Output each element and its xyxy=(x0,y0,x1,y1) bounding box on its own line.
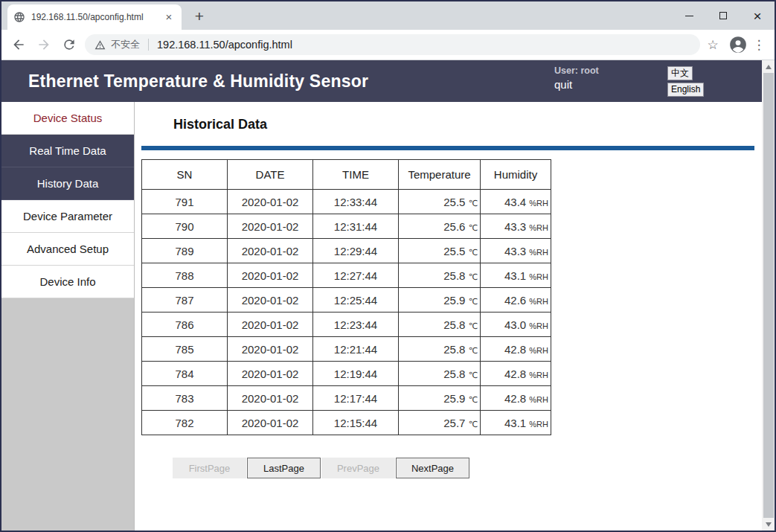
url-input[interactable]: 不安全 192.168.11.50/apconfig.html xyxy=(85,34,700,55)
date-cell: 2020-01-02 xyxy=(228,386,313,411)
window-controls: × xyxy=(672,1,775,30)
minimize-button[interactable] xyxy=(672,1,706,30)
table-row: 7872020-01-0212:25:4425.9 ℃42.6 %RH xyxy=(142,288,551,313)
back-button[interactable] xyxy=(9,35,28,54)
humidity-cell: 43.3 %RH xyxy=(481,239,551,263)
table-row: 7842020-01-0212:19:4425.8 ℃42.8 %RH xyxy=(142,362,551,386)
value: 25.8 xyxy=(443,318,468,331)
value: 25.9 xyxy=(443,392,468,405)
sidebar-item-advanced-setup[interactable]: Advanced Setup xyxy=(1,233,134,266)
scroll-up-button[interactable] xyxy=(762,60,775,73)
value: 25.6 xyxy=(443,220,468,233)
humidity-cell: 43.1 %RH xyxy=(481,263,551,288)
scroll-down-button[interactable] xyxy=(762,518,775,531)
time-cell: 12:23:44 xyxy=(313,313,399,337)
security-label[interactable]: 不安全 xyxy=(111,38,140,51)
value: 25.5 xyxy=(443,196,468,208)
close-icon: × xyxy=(753,9,761,23)
section-heading: Historical Data xyxy=(173,117,762,132)
next-page-button[interactable]: NextPage xyxy=(396,458,469,478)
scrollbar-thumb[interactable] xyxy=(763,73,774,518)
table-row: 7822020-01-0212:15:4425.7 ℃43.1 %RH xyxy=(142,411,551,435)
value: 25.8 xyxy=(443,368,468,380)
scroll-down-icon xyxy=(766,522,772,527)
unit-label: %RH xyxy=(529,297,548,306)
temperature-cell: 25.7 ℃ xyxy=(399,411,481,435)
humidity-cell: 43.1 %RH xyxy=(481,411,551,435)
time-cell: 12:25:44 xyxy=(313,288,399,313)
date-cell: 2020-01-02 xyxy=(228,411,313,435)
sn-cell: 791 xyxy=(142,190,228,214)
time-cell: 12:33:44 xyxy=(313,190,399,214)
sidebar-item-device-status[interactable]: Device Status xyxy=(1,102,134,135)
new-tab-button[interactable]: + xyxy=(189,6,210,27)
vertical-scrollbar[interactable] xyxy=(762,60,775,531)
page-body: Device Status Real Time Data History Dat… xyxy=(1,102,762,531)
lang-english-button[interactable]: English xyxy=(667,83,704,97)
humidity-cell: 43.4 %RH xyxy=(481,190,551,214)
unit-label: ℃ xyxy=(469,420,478,429)
globe-icon xyxy=(13,11,25,23)
column-header-time: TIME xyxy=(313,160,399,190)
column-header-sn: SN xyxy=(142,160,228,190)
unit-label: ℃ xyxy=(469,395,478,404)
column-header-humidity: Humidity xyxy=(481,160,551,190)
unit-label: ℃ xyxy=(469,346,478,355)
time-cell: 12:15:44 xyxy=(313,411,399,435)
sidebar-item-device-parameter[interactable]: Device Parameter xyxy=(1,200,134,233)
sidebar-item-history-data[interactable]: History Data xyxy=(1,167,134,200)
maximize-button[interactable] xyxy=(706,1,740,30)
sidebar-item-real-time-data[interactable]: Real Time Data xyxy=(1,135,134,167)
browser-tab[interactable]: 192.168.11.50/apconfig.html × xyxy=(7,4,182,30)
sn-cell: 783 xyxy=(142,386,228,411)
tab-close-icon[interactable]: × xyxy=(162,10,176,24)
unit-label: %RH xyxy=(529,199,548,208)
column-header-date: DATE xyxy=(228,160,313,190)
value: 43.1 xyxy=(504,269,529,282)
table-row: 7862020-01-0212:23:4425.8 ℃43.0 %RH xyxy=(142,313,551,337)
unit-label: %RH xyxy=(529,371,548,379)
bookmark-star-icon[interactable]: ☆ xyxy=(703,37,722,53)
table-row: 7902020-01-0212:31:4425.6 ℃43.3 %RH xyxy=(142,214,551,239)
browser-menu-icon[interactable]: ⋮ xyxy=(751,37,767,53)
unit-label: ℃ xyxy=(469,199,478,208)
close-window-button[interactable]: × xyxy=(740,1,775,30)
sn-cell: 782 xyxy=(142,411,228,435)
value: 42.8 xyxy=(504,368,529,380)
unit-label: %RH xyxy=(529,248,548,257)
sn-cell: 787 xyxy=(142,288,228,313)
value: 43.0 xyxy=(504,318,529,331)
temperature-cell: 25.8 ℃ xyxy=(399,362,481,386)
lang-chinese-button[interactable]: 中文 xyxy=(667,66,693,80)
sn-cell: 784 xyxy=(142,362,228,386)
sn-cell: 789 xyxy=(142,239,228,263)
unit-label: %RH xyxy=(529,321,548,330)
value: 43.1 xyxy=(504,417,529,429)
temperature-cell: 25.9 ℃ xyxy=(399,386,481,411)
value: 42.8 xyxy=(504,392,529,405)
humidity-cell: 42.8 %RH xyxy=(481,386,551,411)
sn-cell: 790 xyxy=(142,214,228,239)
unit-label: %RH xyxy=(529,223,548,232)
value: 25.8 xyxy=(443,343,468,356)
forward-button[interactable] xyxy=(34,35,54,54)
date-cell: 2020-01-02 xyxy=(228,362,313,386)
date-cell: 2020-01-02 xyxy=(228,288,313,313)
tab-strip: 192.168.11.50/apconfig.html × + × xyxy=(1,1,775,30)
value: 43.4 xyxy=(504,196,529,208)
reload-button[interactable] xyxy=(60,35,79,54)
temperature-cell: 25.8 ℃ xyxy=(399,337,481,362)
last-page-button[interactable]: LastPage xyxy=(247,458,321,478)
time-cell: 12:17:44 xyxy=(313,386,399,411)
browser-window: 192.168.11.50/apconfig.html × + × 不安全 19… xyxy=(0,0,776,532)
profile-avatar-icon[interactable] xyxy=(728,35,748,54)
sidebar-item-device-info[interactable]: Device Info xyxy=(1,266,134,298)
temperature-cell: 25.5 ℃ xyxy=(399,239,481,263)
temperature-cell: 25.9 ℃ xyxy=(399,288,481,313)
quit-link[interactable]: quit xyxy=(554,78,599,91)
value: 25.9 xyxy=(443,294,468,307)
unit-label: ℃ xyxy=(469,223,478,232)
time-cell: 12:27:44 xyxy=(313,263,399,288)
time-cell: 12:21:44 xyxy=(313,337,399,362)
web-page: Ethernet Temperature & Humidity Sensor U… xyxy=(1,60,775,531)
